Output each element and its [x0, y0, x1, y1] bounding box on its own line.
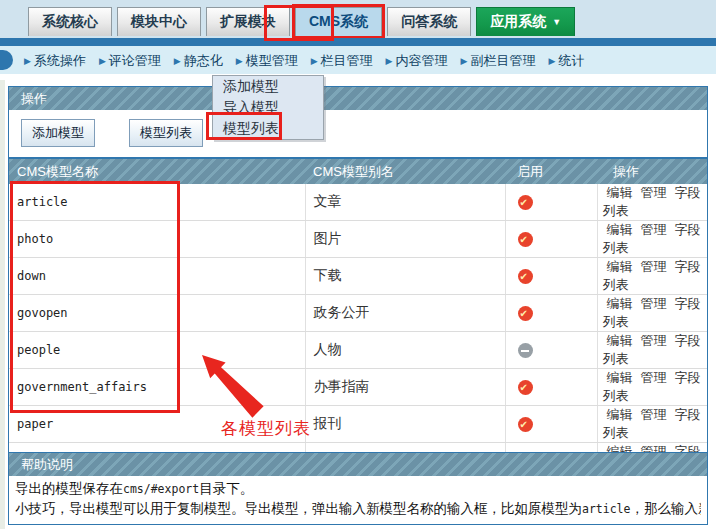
action-link[interactable]: 编辑: [607, 333, 633, 348]
subnav-item-label: 评论管理: [109, 53, 161, 68]
model-name: government_affairs: [9, 369, 305, 406]
enabled-cell: [505, 221, 597, 258]
enabled-cell: [505, 406, 597, 443]
actions-cell: 编辑管理字段列表: [597, 184, 707, 221]
help-text-segment: 目录下。: [199, 481, 253, 496]
subnav-bar: ▶系统操作▶评论管理▶静态化▶模型管理▶栏目管理▶内容管理▶副栏目管理▶统计: [0, 46, 716, 74]
action-link[interactable]: 编辑: [607, 222, 633, 237]
action-link[interactable]: 编辑: [607, 370, 633, 385]
enabled-check-icon[interactable]: [518, 417, 533, 432]
header-enabled: 启用: [505, 159, 597, 184]
arrow-right-icon: ▶: [311, 56, 318, 66]
disabled-minus-icon[interactable]: [518, 343, 533, 358]
dropdown-menu-item[interactable]: 模型列表: [213, 118, 323, 139]
enabled-cell: [505, 184, 597, 221]
main-tab[interactable]: 问答系统: [387, 7, 471, 36]
main-tab-label: 系统核心: [42, 13, 98, 29]
action-link[interactable]: 管理: [641, 222, 667, 237]
enabled-check-icon[interactable]: [518, 380, 533, 395]
model-name: people: [9, 332, 305, 369]
enabled-cell: [505, 295, 597, 332]
header-model-name: CMS模型名称: [9, 159, 305, 184]
table-row: photo图片编辑管理字段列表: [9, 221, 707, 258]
action-link[interactable]: 管理: [641, 296, 667, 311]
main-tabs: 系统核心模块中心扩展模块CMS系统问答系统应用系统▼: [28, 7, 580, 36]
subnav-item-label: 内容管理: [396, 53, 448, 68]
help-text-segment: 导出的模型保存在: [15, 481, 123, 496]
help-text-segment: ，那么输入新模型名为: [630, 501, 701, 516]
action-link[interactable]: 编辑: [607, 407, 633, 422]
model-name: photo: [9, 221, 305, 258]
subnav-items: ▶系统操作▶评论管理▶静态化▶模型管理▶栏目管理▶内容管理▶副栏目管理▶统计: [24, 46, 597, 75]
enabled-check-icon[interactable]: [518, 232, 533, 247]
subnav-item[interactable]: ▶栏目管理: [311, 47, 373, 75]
subnav-item-label: 副栏目管理: [470, 53, 535, 68]
model-alias: 政务公开: [305, 295, 505, 332]
chevron-down-icon: ▼: [552, 17, 561, 27]
action-link[interactable]: 管理: [641, 407, 667, 422]
subnav-item[interactable]: ▶内容管理: [386, 47, 448, 75]
subnav-item-label: 模型管理: [246, 53, 298, 68]
model-alias: 下载: [305, 258, 505, 295]
main-tab-bar: 系统核心模块中心扩展模块CMS系统问答系统应用系统▼: [0, 0, 716, 38]
action-link[interactable]: 编辑: [607, 185, 633, 200]
arrow-right-icon: ▶: [174, 56, 181, 66]
main-tab[interactable]: 应用系统▼: [476, 7, 575, 36]
table-row: article文章编辑管理字段列表: [9, 184, 707, 221]
model-alias: 人物: [305, 332, 505, 369]
actions-cell: 编辑管理字段列表: [597, 369, 707, 406]
actions-cell: 编辑管理字段列表: [597, 406, 707, 443]
subnav-item[interactable]: ▶副栏目管理: [461, 47, 536, 75]
model-alias: 图片: [305, 221, 505, 258]
enabled-cell: [505, 332, 597, 369]
subnav-item-label: 静态化: [184, 53, 223, 68]
model-alias: 报刊: [305, 406, 505, 443]
actions-cell: 编辑管理字段列表: [597, 221, 707, 258]
subnav-item[interactable]: ▶静态化: [174, 47, 223, 75]
enabled-check-icon[interactable]: [518, 306, 533, 321]
help-text-segment: 小技巧，导出模型可以用于复制模型。导出模型，弹出输入新模型名称的输入框，比如原模…: [15, 501, 582, 516]
main-tab[interactable]: 模块中心: [117, 7, 201, 36]
action-link[interactable]: 编辑: [607, 259, 633, 274]
main-tab[interactable]: 系统核心: [28, 7, 112, 36]
header-model-alias: CMS模型别名: [305, 159, 505, 184]
arrow-right-icon: ▶: [99, 56, 106, 66]
subnav-item[interactable]: ▶模型管理: [236, 47, 298, 75]
left-margin-strip: [0, 80, 5, 529]
model-name: govopen: [9, 295, 305, 332]
table-row: govopen政务公开编辑管理字段列表: [9, 295, 707, 332]
operation-button[interactable]: 模型列表: [129, 119, 203, 147]
help-text-segment: article: [582, 502, 630, 516]
main-tab[interactable]: 扩展模块: [206, 7, 290, 36]
help-text: 导出的模型保存在cms/#export目录下。小技巧，导出模型可以用于复制模型。…: [9, 476, 707, 524]
table-row: government_affairs办事指南编辑管理字段列表: [9, 369, 707, 406]
table-header-row: CMS模型名称 CMS模型别名 启用 操作: [9, 159, 707, 184]
action-link[interactable]: 管理: [641, 370, 667, 385]
main-tab-label: 模块中心: [131, 13, 187, 29]
model-name: article: [9, 184, 305, 221]
subnav-item[interactable]: ▶系统操作: [24, 47, 86, 75]
subnav-item[interactable]: ▶评论管理: [99, 47, 161, 75]
enabled-check-icon[interactable]: [518, 269, 533, 284]
main-tab-label: 扩展模块: [220, 13, 276, 29]
enabled-cell: [505, 369, 597, 406]
help-text-segment: cms/#export: [123, 482, 199, 496]
action-link[interactable]: 管理: [641, 259, 667, 274]
divider-bar: [0, 38, 716, 46]
subnav-item[interactable]: ▶统计: [548, 47, 584, 75]
operation-button[interactable]: 添加模型: [21, 119, 95, 147]
subnav-item-label: 系统操作: [34, 53, 86, 68]
dropdown-menu-item[interactable]: 导入模型: [213, 97, 323, 118]
actions-cell: 编辑管理字段列表: [597, 332, 707, 369]
cms-admin-page: 系统核心模块中心扩展模块CMS系统问答系统应用系统▼ ▶系统操作▶评论管理▶静态…: [0, 0, 716, 529]
table-row: people人物编辑管理字段列表: [9, 332, 707, 369]
dropdown-menu-item[interactable]: 添加模型: [213, 76, 323, 97]
main-tab[interactable]: CMS系统: [295, 7, 382, 36]
help-line: 小技巧，导出模型可以用于复制模型。导出模型，弹出输入新模型名称的输入框，比如原模…: [15, 499, 701, 519]
action-link[interactable]: 编辑: [607, 296, 633, 311]
enabled-check-icon[interactable]: [518, 195, 533, 210]
action-link[interactable]: 管理: [641, 333, 667, 348]
enabled-cell: [505, 258, 597, 295]
action-link[interactable]: 管理: [641, 185, 667, 200]
help-panel-title: 帮助说明: [9, 453, 707, 476]
